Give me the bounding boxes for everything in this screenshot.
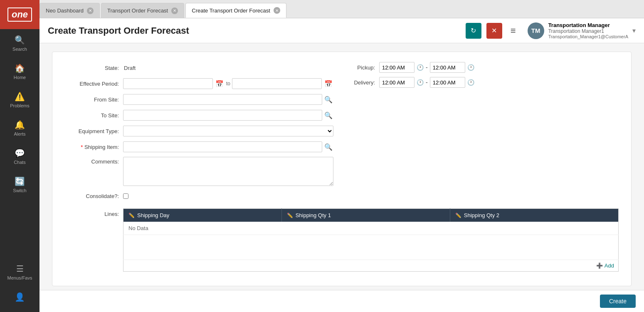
- col-header-shipping-qty-2[interactable]: ✏️ Shipping Qty 2: [450, 209, 618, 222]
- to-site-input-group: 🔍: [123, 110, 333, 121]
- warning-icon: ⚠️: [15, 92, 25, 102]
- edit-icon: ✏️: [455, 213, 461, 218]
- search-icon: 🔍: [15, 35, 25, 45]
- effective-period-to-input[interactable]: [232, 78, 322, 89]
- sidebar-item-chats[interactable]: 💬 Chats: [0, 142, 39, 171]
- delivery-clock2-icon[interactable]: 🕐: [467, 79, 474, 86]
- to-site-search-icon[interactable]: 🔍: [323, 111, 333, 120]
- lines-table-wrapper: ✏️ Shipping Day ✏️ Shipping Qty 1: [123, 208, 619, 272]
- sidebar-item-menus[interactable]: ☰ Menus/Favs: [0, 258, 39, 286]
- tab-create-transport-order-forecast[interactable]: Create Transport Order Forecast ✕: [185, 3, 286, 18]
- lines-row: Lines: ✏️ Shipping Day: [65, 208, 619, 272]
- form-card: State: Draft Effective Period: 📅 to 📅: [52, 52, 632, 286]
- app-logo[interactable]: one: [0, 0, 39, 29]
- pickup-time2-input[interactable]: [430, 62, 465, 73]
- add-icon: ➕: [596, 262, 603, 269]
- sidebar-bottom: ☰ Menus/Favs 👤: [0, 258, 39, 312]
- form-section: State: Draft Effective Period: 📅 to 📅: [65, 62, 619, 206]
- edit-icon: ✏️: [128, 213, 135, 218]
- tabbar: Neo Dashboard ✕ Transport Order Forecast…: [39, 0, 644, 18]
- state-row: State: Draft: [65, 62, 333, 74]
- add-label: Add: [605, 262, 614, 269]
- sidebar-item-label: Alerts: [14, 131, 25, 136]
- avatar: TM: [528, 22, 544, 39]
- close-button[interactable]: ✕: [486, 23, 502, 39]
- delivery-clock1-icon[interactable]: 🕐: [417, 79, 424, 86]
- shipping-item-input-group: 🔍: [123, 141, 333, 152]
- refresh-icon: ↻: [471, 27, 476, 35]
- from-site-input[interactable]: [123, 94, 322, 105]
- no-data-cell: No Data: [123, 222, 619, 235]
- main-content: Neo Dashboard ✕ Transport Order Forecast…: [39, 0, 644, 312]
- col-label-shipping-qty-2: Shipping Qty 2: [464, 212, 499, 218]
- consolidate-checkbox[interactable]: [123, 193, 128, 199]
- user-avatar-icon: 👤: [15, 292, 25, 302]
- tab-label: Transport Order Forecast: [107, 7, 168, 14]
- switch-icon: 🔄: [15, 176, 25, 186]
- sidebar-item-label: Chats: [14, 160, 26, 165]
- comments-label: Comments:: [65, 157, 123, 165]
- consolidate-checkbox-group: [123, 193, 128, 199]
- delivery-time1-input[interactable]: [379, 77, 415, 88]
- delivery-time2-input[interactable]: [430, 77, 465, 88]
- from-site-row: From Site: 🔍: [65, 94, 333, 105]
- pickup-label: Pickup:: [350, 64, 379, 71]
- tab-neo-dashboard[interactable]: Neo Dashboard ✕: [39, 3, 100, 18]
- pickup-time1-input[interactable]: [379, 62, 415, 73]
- create-button[interactable]: Create: [600, 295, 636, 308]
- delivery-row: Delivery: 🕐 - 🕐: [350, 77, 619, 88]
- tab-label: Neo Dashboard: [46, 7, 84, 14]
- comments-textarea[interactable]: [123, 157, 333, 186]
- form-right: Pickup: 🕐 - 🕐 Delivery:: [350, 62, 619, 206]
- pickup-clock1-icon[interactable]: 🕐: [417, 64, 424, 71]
- sidebar-item-search[interactable]: 🔍 Search: [0, 29, 39, 57]
- from-site-search-icon[interactable]: 🔍: [323, 95, 333, 104]
- state-label: State:: [65, 65, 123, 71]
- col-header-shipping-day[interactable]: ✏️ Shipping Day: [123, 209, 282, 222]
- comments-row: Comments:: [65, 157, 333, 186]
- tab-transport-order-forecast[interactable]: Transport Order Forecast ✕: [101, 3, 184, 18]
- sidebar-item-switch[interactable]: 🔄 Switch: [0, 171, 39, 199]
- sidebar-item-label: Problems: [10, 103, 29, 108]
- col-header-shipping-qty-1[interactable]: ✏️ Shipping Qty 1: [281, 209, 450, 222]
- effective-period-label: Effective Period:: [65, 81, 123, 87]
- tab-close-neo-dashboard[interactable]: ✕: [87, 7, 94, 14]
- edit-icon: ✏️: [287, 213, 293, 218]
- sidebar-item-label: Home: [14, 75, 26, 80]
- lines-label: Lines:: [65, 208, 123, 272]
- effective-period-row: Effective Period: 📅 to 📅: [65, 78, 333, 89]
- user-details: Transportation Manager Transportation Ma…: [548, 22, 628, 39]
- tab-label: Create Transport Order Forecast: [192, 7, 270, 14]
- home-icon: 🏠: [15, 63, 25, 73]
- refresh-button[interactable]: ↻: [466, 23, 481, 39]
- sidebar-item-alerts[interactable]: 🔔 Alerts: [0, 114, 39, 142]
- date-range-to: to: [226, 81, 230, 87]
- effective-period-from-input[interactable]: [123, 78, 213, 89]
- add-line-button[interactable]: ➕ Add: [596, 262, 614, 269]
- shipping-item-input[interactable]: [123, 141, 322, 152]
- col-label-shipping-qty-1: Shipping Qty 1: [296, 212, 331, 218]
- calendar-to-icon[interactable]: 📅: [323, 79, 333, 89]
- user-info-section: TM Transportation Manager Transportation…: [528, 22, 636, 39]
- from-site-input-group: 🔍: [123, 94, 333, 105]
- shipping-item-search-icon[interactable]: 🔍: [323, 142, 333, 152]
- state-value: Draft: [124, 65, 136, 71]
- pickup-clock2-icon[interactable]: 🕐: [467, 64, 474, 71]
- bell-icon: 🔔: [15, 120, 25, 130]
- tab-close-create-transport-order-forecast[interactable]: ✕: [274, 7, 280, 14]
- to-site-input[interactable]: [123, 110, 322, 121]
- chat-icon: 💬: [15, 148, 25, 158]
- sidebar-item-problems[interactable]: ⚠️ Problems: [0, 86, 39, 114]
- user-dropdown-arrow[interactable]: ▾: [632, 27, 636, 35]
- sidebar-item-home[interactable]: 🏠 Home: [0, 57, 39, 86]
- calendar-from-icon[interactable]: 📅: [215, 79, 225, 89]
- logo-text: one: [7, 7, 32, 22]
- hamburger-menu-button[interactable]: ≡: [507, 24, 519, 38]
- tab-close-transport-order-forecast[interactable]: ✕: [171, 7, 178, 14]
- sidebar-item-avatar[interactable]: 👤: [0, 286, 39, 308]
- col-label-shipping-day: Shipping Day: [137, 212, 169, 218]
- equipment-type-select[interactable]: [123, 126, 333, 136]
- delivery-time-group: 🕐 - 🕐: [379, 77, 474, 88]
- user-name: Transportation Manager: [548, 22, 628, 28]
- form-left: State: Draft Effective Period: 📅 to 📅: [65, 62, 333, 206]
